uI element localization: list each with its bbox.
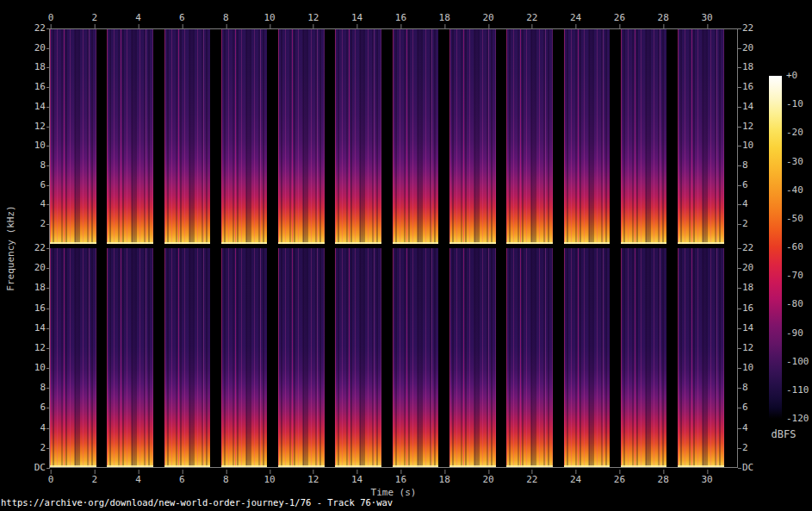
time-tick-label: 16 — [395, 475, 406, 485]
time-tick-label: 12 — [307, 475, 319, 485]
time-tick-label: 4 — [135, 13, 141, 23]
freq-tick-label: 12 — [742, 122, 768, 132]
time-tick-label: 8 — [223, 475, 229, 485]
freq-tick-label: DC — [742, 463, 768, 473]
freq-tick-label: 16 — [25, 303, 46, 314]
freq-tick-label: 14 — [25, 323, 46, 333]
audio-segment — [164, 248, 211, 467]
time-tick-label: 28 — [658, 475, 669, 485]
dbfs-colorbar — [769, 76, 782, 419]
source-url-text: https://archive·org/download/new-world-o… — [1, 497, 393, 508]
audio-segment — [393, 248, 439, 467]
dbfs-tick-label: -80 — [786, 299, 812, 309]
frequency-axis-title: Frequency (kHz) — [5, 205, 16, 290]
freq-tick-label: 16 — [742, 82, 768, 92]
freq-tick-label: 18 — [742, 283, 768, 293]
time-tick-label: 28 — [658, 13, 669, 23]
freq-tick-label: 2 — [742, 443, 768, 453]
audio-segment — [564, 29, 611, 244]
freq-tick-label: 22 — [25, 23, 46, 34]
freq-tick-label: 10 — [742, 363, 768, 373]
dbfs-tick-label: -30 — [786, 157, 812, 167]
time-tick-label: 24 — [570, 13, 581, 23]
audio-segment — [449, 29, 496, 244]
audio-segment — [221, 248, 268, 467]
dbfs-tick-label: -100 — [786, 357, 812, 367]
time-tick-label: 26 — [614, 475, 625, 485]
freq-tick-label: 14 — [742, 323, 768, 333]
freq-tick-label: 18 — [742, 62, 768, 72]
dbfs-scale-labels: +0-10-20-30-40-50-60-70-80-90-100-110-12… — [786, 76, 812, 419]
time-tick-label: 6 — [179, 13, 185, 23]
time-tick-label: 30 — [701, 13, 712, 23]
time-tick-label: 30 — [701, 475, 712, 485]
freq-tick-label: 20 — [742, 43, 768, 53]
freq-tick-label: 8 — [25, 160, 46, 171]
time-tick-label: 4 — [135, 475, 141, 485]
freq-axis-left-channel-1: 222018161412108642 — [25, 28, 46, 224]
time-tick-label: 18 — [439, 13, 450, 23]
freq-tick-label: 10 — [25, 363, 46, 373]
time-tick-label: 14 — [351, 13, 363, 23]
audio-segment — [107, 29, 153, 244]
freq-tick-label: 16 — [25, 82, 46, 92]
freq-tick-label: 4 — [742, 199, 768, 209]
audio-segment — [506, 29, 553, 244]
freq-tick-label: 2 — [742, 219, 768, 229]
dbfs-tick-label: -90 — [786, 328, 812, 339]
dbfs-tick-label: -40 — [786, 185, 812, 196]
freq-tick-label: 10 — [742, 140, 768, 151]
dbfs-unit-label: dBFS — [763, 428, 804, 440]
audio-segment — [449, 248, 496, 467]
audio-segment — [107, 248, 153, 467]
time-tick-label: 26 — [614, 13, 625, 23]
time-tick-label: 2 — [91, 13, 97, 23]
dbfs-tick-label: -60 — [786, 242, 812, 252]
freq-tick-label: 22 — [742, 243, 768, 253]
freq-tick-label: 16 — [742, 303, 768, 314]
freq-tick-label: 22 — [742, 23, 768, 34]
freq-tick-label: 10 — [25, 140, 46, 151]
time-tick-label: 22 — [526, 475, 537, 485]
audio-segment — [506, 248, 553, 467]
spectrogram-panel-channel-1 — [50, 29, 737, 244]
freq-tick-label: 2 — [25, 443, 46, 453]
freq-tick-label: 20 — [25, 43, 46, 53]
freq-tick-label: 14 — [25, 102, 46, 112]
dbfs-tick-label: -110 — [786, 385, 812, 396]
time-tick-label: 24 — [570, 475, 581, 485]
dbfs-tick-label: -10 — [786, 99, 812, 109]
audio-segment — [678, 248, 724, 467]
freq-tick-label: 14 — [742, 102, 768, 112]
audio-segment — [50, 248, 96, 467]
time-tick-label: 10 — [263, 13, 275, 23]
spectrogram-screenshot: 024681012141618202224262830 024681012141… — [0, 0, 812, 511]
freq-tick-label: 8 — [742, 160, 768, 171]
freq-axis-left-channel-2: 222018161412108642DC — [25, 248, 46, 468]
audio-segment — [678, 29, 724, 244]
time-tick-label: 0 — [48, 13, 54, 23]
time-tick-label: 8 — [223, 13, 229, 23]
time-tick-label: 10 — [263, 475, 275, 485]
freq-tick-label: 6 — [25, 402, 46, 413]
freq-tick-label: 18 — [25, 283, 46, 293]
freq-tick-label: 6 — [742, 180, 768, 190]
freq-tick-label: 2 — [25, 219, 46, 229]
freq-tick-label: 12 — [25, 122, 46, 132]
freq-tick-label: 20 — [25, 263, 46, 273]
freq-axis-right-channel-1: 222018161412108642 — [742, 28, 768, 224]
freq-tick-label: 4 — [25, 199, 46, 209]
spectrogram-panel-channel-2 — [50, 248, 737, 467]
freq-tick-label: 4 — [25, 423, 46, 433]
time-tick-label: 6 — [179, 475, 185, 485]
freq-tick-label: 20 — [742, 263, 768, 273]
freq-tick-label: 12 — [25, 343, 46, 353]
audio-segment — [335, 248, 381, 467]
time-tick-label: 12 — [307, 13, 319, 23]
time-tick-label: 20 — [482, 475, 493, 485]
freq-tick-label: DC — [25, 463, 46, 473]
freq-tick-label: 8 — [25, 383, 46, 393]
freq-tick-label: 8 — [742, 383, 768, 393]
audio-segment — [50, 29, 96, 244]
dbfs-tick-label: -50 — [786, 214, 812, 224]
